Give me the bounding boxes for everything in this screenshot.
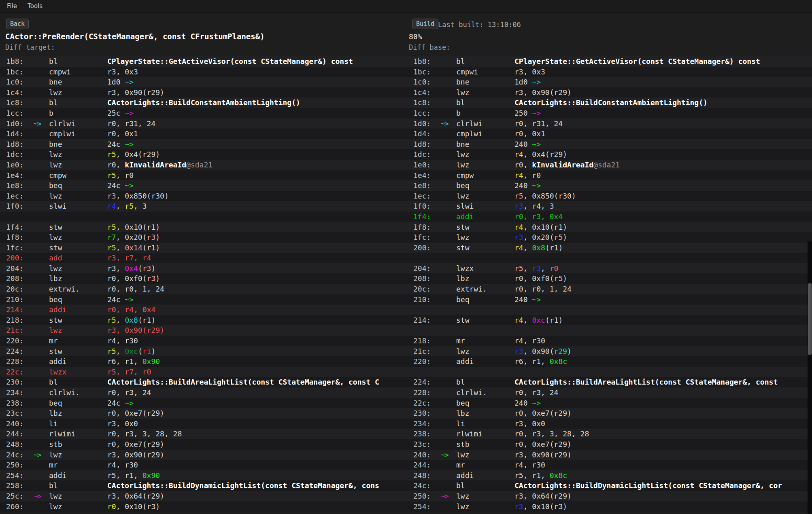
instruction-address: 218: [6,315,23,326]
code-row[interactable]: 210:beq240 ~> [406,294,812,305]
code-row[interactable]: 1dc:lwzr4, 0x4(r29) [406,149,812,160]
code-row[interactable]: 1fc:stwr5, 0x14(r1) [0,243,406,253]
code-row[interactable]: 230:lbzr0, 0xe7(r29) [406,408,812,419]
code-row[interactable]: 254:lwzr3, 0x10(r3) [406,501,812,512]
code-row[interactable]: 1c0:bne1d0 ~> [0,77,406,87]
build-button[interactable]: Build [412,19,438,29]
diff-base-pane: 1b8:blCPlayerState::GetActiveVisor(const… [406,56,812,514]
code-row[interactable]: 1e8:beq240 ~> [406,180,812,191]
instruction-mnemonic: clrlwi. [49,387,80,398]
back-button[interactable]: Back [6,19,29,29]
code-row[interactable]: 1d4:cmplwir0, 0x1 [406,129,812,139]
code-row[interactable]: 228:clrlwi.r0, r3, 24 [406,387,812,398]
code-row[interactable]: 20c:extrwi.r0, r0, 1, 24 [0,284,406,294]
code-row[interactable]: 24c:blCActorLights::BuildDynamicLightLis… [406,480,812,491]
code-row[interactable]: 254:addir5, r1, 0x90 [0,470,406,481]
code-row[interactable]: 1f8:lwzr7, 0x20(r3) [0,232,406,243]
code-row[interactable]: 240:lir3, 0x0 [0,419,406,429]
code-row[interactable]: 240:~>lwzr3, 0x90(r29) [406,450,812,460]
code-row[interactable]: 1d0:~>clrlwir0, r31, 24 [406,118,812,129]
code-row[interactable]: 258:blCActorLights::BuildDynamicLightLis… [0,480,406,491]
code-row[interactable]: 220:addir6, r1, 0x8c [406,356,812,367]
code-row[interactable]: 1c4:lwzr3, 0x90(r29) [406,87,812,98]
code-row[interactable]: 238:rlwimir0, r3, 3, 28, 28 [406,429,812,439]
code-row[interactable]: 1ec:lwzr5, 0x850(r30) [406,191,812,201]
code-row[interactable]: 200:addr3, r7, r4 [0,253,406,263]
code-row[interactable]: 204:lwzr3, 0x4(r3) [0,263,406,274]
code-row[interactable]: 1cc:b250 ~> [406,108,812,118]
code-row[interactable]: 1f4:addir0, r3, 0x4 [406,212,812,222]
menu-file[interactable]: File [7,2,17,10]
code-row[interactable]: 230:blCActorLights::BuildAreaLightList(c… [0,377,406,387]
code-row[interactable]: 24c:~>lwzr3, 0x90(r29) [0,450,406,460]
instruction-mnemonic: beq [456,398,470,408]
code-row[interactable]: 22c:lwzxr5, r7, r0 [0,367,406,377]
instruction-address: 1e4: [413,170,431,181]
code-row[interactable]: 214:addir0, r4, 0x4 [0,305,406,315]
code-row[interactable]: 1c8:blCActorLights::BuildConstantAmbient… [406,97,812,108]
code-row[interactable]: 200:stwr4, 0x8(r1) [406,243,812,253]
scrollbar-thumb[interactable] [808,283,812,355]
code-row[interactable]: 1f4:stwr5, 0x10(r1) [0,222,406,233]
code-row[interactable]: 244:mrr4, r30 [406,460,812,470]
code-row[interactable]: 250:~>lwzr3, 0x64(r29) [406,491,812,501]
code-row[interactable]: 1dc:lwzr5, 0x4(r29) [0,149,406,160]
code-row[interactable]: 1e0:lwzr0, kInvalidAreaId@sda21 [406,160,812,170]
code-row[interactable]: 214:stwr4, 0xc(r1) [406,315,812,326]
code-row[interactable]: 1bc:cmpwir3, 0x3 [0,67,406,77]
code-row[interactable]: 1c8:blCActorLights::BuildConstantAmbient… [0,97,406,108]
menu-tools[interactable]: Tools [28,2,43,10]
code-row[interactable]: 228:addir6, r1, 0x90 [0,356,406,367]
code-row[interactable]: 1bc:cmpwir3, 0x3 [406,67,812,77]
code-row[interactable]: 208:lbzr0, 0xf0(r3) [0,273,406,284]
code-row[interactable]: 1b8:blCPlayerState::GetActiveVisor(const… [0,56,406,67]
code-row[interactable]: 21c:lwzr3, 0x90(r29) [406,346,812,357]
code-row[interactable]: 1e8:beq24c ~> [0,180,406,191]
code-row[interactable]: 1ec:lwzr3, 0x850(r30) [0,191,406,201]
code-row[interactable]: 260:lwzr0, 0x10(r3) [0,501,406,512]
code-row[interactable]: 1fc:lwzr3, 0x20(r5) [406,232,812,243]
code-row[interactable]: 244:rlwimir0, r3, 3, 28, 28 [0,429,406,439]
code-row[interactable]: 1c0:bne1d0 ~> [406,77,812,87]
code-row[interactable]: 204:lwzxr5, r3, r0 [406,263,812,274]
code-row[interactable]: 1d8:bne24c ~> [0,139,406,150]
code-row[interactable]: 25c:~>lwzr3, 0x64(r29) [0,491,406,501]
scrollbar[interactable] [808,241,812,514]
instruction-args: r3, r7, r4 [107,253,151,263]
code-row[interactable]: 22c:beq240 ~> [406,398,812,408]
instruction-mnemonic: extrwi. [456,284,487,294]
code-row[interactable]: 1d0:~>clrlwir0, r31, 24 [0,118,406,129]
code-row[interactable]: 1e4:cmpwr5, r0 [0,170,406,181]
code-row[interactable]: 21c:lwzr3, 0x90(r29) [0,325,406,336]
code-row[interactable]: 234:clrlwi.r0, r3, 24 [0,387,406,398]
code-row[interactable]: 20c:extrwi.r0, r0, 1, 24 [406,284,812,294]
code-row[interactable]: 1f0:slwir3, r4, 3 [406,201,812,212]
code-row[interactable]: 1d8:bne240 ~> [406,139,812,150]
code-row[interactable]: 1cc:b25c ~> [0,108,406,118]
code-row[interactable]: 234:lir3, 0x0 [406,419,812,429]
code-row[interactable]: 250:mrr4, r30 [0,460,406,470]
code-row[interactable]: 208:lbzr0, 0xf0(r5) [406,273,812,284]
code-row[interactable]: 210:beq24c ~> [0,294,406,305]
code-row[interactable]: 1d4:cmplwir0, 0x1 [0,129,406,139]
code-row[interactable]: 248:stbr0, 0xe7(r29) [0,439,406,450]
code-row[interactable]: 220:mrr4, r30 [0,336,406,346]
code-row[interactable]: 1b8:blCPlayerState::GetActiveVisor(const… [406,56,812,67]
instruction-args: 240 ~> [514,180,541,191]
code-row[interactable]: 238:beq24c ~> [0,398,406,408]
code-row[interactable]: 1c4:lwzr3, 0x90(r29) [0,87,406,98]
code-row[interactable]: 23c:stbr0, 0xe7(r29) [406,439,812,450]
code-row[interactable]: 218:stwr5, 0x8(r1) [0,315,406,326]
code-row[interactable]: 1f0:slwir4, r5, 3 [0,201,406,212]
code-row[interactable]: 248:addir5, r1, 0x8c [406,470,812,481]
code-row[interactable]: 224:stwr5, 0xc(r1) [0,346,406,357]
code-row[interactable]: 23c:lbzr0, 0xe7(r29) [0,408,406,419]
code-row[interactable]: 1e0:lwzr0, kInvalidAreaId@sda21 [0,160,406,170]
instruction-mnemonic: stw [456,315,470,326]
instruction-mnemonic: slwi [456,201,474,212]
code-row[interactable]: 224:blCActorLights::BuildAreaLightList(c… [406,377,812,387]
code-row[interactable]: 1e4:cmpwr4, r0 [406,170,812,181]
instruction-address: 218: [413,336,431,346]
code-row[interactable]: 218:mrr4, r30 [406,336,812,346]
code-row[interactable]: 1f8:stwr4, 0x10(r1) [406,222,812,233]
